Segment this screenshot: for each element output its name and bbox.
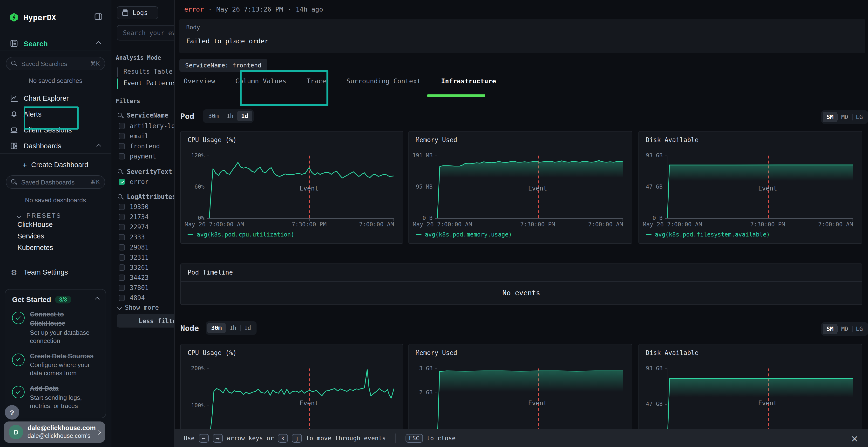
filter-option[interactable]: email bbox=[119, 133, 149, 140]
hyperdx-logo-icon bbox=[10, 12, 18, 23]
filter-option-label: 21734 bbox=[130, 213, 149, 220]
y-tick: 120% bbox=[183, 152, 205, 159]
filter-option[interactable]: 32311 bbox=[119, 254, 149, 261]
checkbox-icon[interactable] bbox=[119, 204, 125, 210]
search-icon[interactable] bbox=[118, 169, 123, 175]
filter-option-label: 29081 bbox=[130, 244, 149, 251]
footer-text: arrow keys or bbox=[227, 435, 274, 442]
checkbox-icon[interactable] bbox=[119, 133, 125, 139]
node-section-title: Node bbox=[180, 324, 199, 333]
search-icon[interactable] bbox=[118, 112, 123, 118]
checkbox-icon[interactable] bbox=[119, 275, 125, 281]
service-tag[interactable]: ServiceName: frontend bbox=[179, 59, 267, 72]
node-range-30m[interactable]: 30m bbox=[207, 323, 225, 333]
checkbox-icon[interactable] bbox=[119, 265, 125, 271]
node-range-1h[interactable]: 1h bbox=[225, 323, 240, 333]
preset-clickhouse[interactable]: ClickHouse bbox=[18, 220, 53, 228]
sidebar-item-team-settings[interactable]: ⚙ Team Settings bbox=[0, 266, 111, 278]
tab-infrastructure[interactable]: Infrastructure bbox=[441, 77, 496, 85]
filter-option[interactable]: 4894 bbox=[119, 294, 145, 302]
sidebar-item-search[interactable]: Search bbox=[0, 38, 111, 49]
get-started-item[interactable]: Connect to ClickHouse Set up your databa… bbox=[12, 310, 99, 345]
chevron-up-icon bbox=[96, 143, 101, 148]
sidebar-item-label: Search bbox=[24, 39, 48, 47]
filter-option[interactable]: 22974 bbox=[119, 224, 149, 231]
user-menu[interactable]: D dale@clickhouse.com dale@clickhouse.co… bbox=[4, 421, 105, 443]
help-button[interactable]: ? bbox=[5, 405, 19, 419]
dashboards-icon bbox=[10, 142, 18, 150]
pod-range-1h[interactable]: 1h bbox=[222, 111, 237, 122]
get-started-item[interactable]: Add Data Start sending logs, metrics, or… bbox=[12, 384, 99, 410]
checkbox-icon[interactable] bbox=[119, 224, 125, 230]
filter-option-label: frontend bbox=[130, 143, 160, 150]
filter-option-error[interactable]: error bbox=[119, 178, 149, 185]
tab-overview[interactable]: Overview bbox=[184, 77, 215, 85]
collapse-sidebar-icon[interactable] bbox=[94, 13, 102, 22]
filter-option[interactable]: 33261 bbox=[119, 264, 149, 271]
y-tick: 47 GB bbox=[641, 401, 662, 407]
pod-size-sm[interactable]: SM bbox=[823, 112, 837, 122]
saved-dashboards-input[interactable]: ⌘K bbox=[6, 175, 105, 189]
filter-option[interactable]: artillery-loa bbox=[119, 122, 179, 130]
checkbox-icon[interactable] bbox=[119, 153, 125, 160]
chevron-right-icon bbox=[96, 429, 101, 434]
filter-option[interactable]: frontend bbox=[119, 143, 160, 150]
saved-searches-field[interactable] bbox=[20, 60, 87, 68]
filter-option[interactable]: 34423 bbox=[119, 274, 149, 281]
body-card: Body Failed to place order bbox=[179, 19, 865, 53]
annotation-box-pod-range bbox=[24, 106, 79, 130]
sidebar-item-dashboards[interactable]: Dashboards bbox=[0, 140, 111, 152]
checkbox-icon[interactable] bbox=[119, 234, 125, 240]
checkbox-icon[interactable] bbox=[119, 123, 125, 129]
show-more-button[interactable]: Show more bbox=[118, 304, 159, 311]
filter-option[interactable]: 2333 bbox=[119, 234, 145, 241]
chart-plot: 191 MB 95 MB 0 B Event bbox=[437, 156, 623, 219]
node-size-sm[interactable]: SM bbox=[823, 324, 837, 334]
pod-range-30m[interactable]: 30m bbox=[205, 111, 222, 122]
checkbox-checked-icon[interactable] bbox=[119, 179, 125, 185]
mode-results-table[interactable]: Results Table bbox=[123, 68, 173, 75]
create-dashboard-button[interactable]: + Create Dashboard bbox=[0, 159, 111, 171]
saved-dashboards-field[interactable] bbox=[20, 178, 87, 186]
preset-kubernetes[interactable]: Kubernetes bbox=[18, 244, 53, 251]
node-size-lg[interactable]: LG bbox=[852, 324, 867, 334]
pod-range-1d[interactable]: 1d bbox=[237, 111, 252, 122]
sidebar-item-chart-explorer[interactable]: Chart Explorer bbox=[0, 93, 111, 104]
checkbox-icon[interactable] bbox=[119, 254, 125, 261]
node-range-1d[interactable]: 1d bbox=[240, 323, 255, 333]
pod-size-lg[interactable]: LG bbox=[852, 112, 867, 122]
get-started-item[interactable]: Create Data Sources Configure where your… bbox=[12, 351, 99, 378]
source-select[interactable]: Logs bbox=[117, 6, 158, 19]
filter-option[interactable]: 21734 bbox=[119, 213, 149, 220]
chevron-up-icon[interactable] bbox=[95, 297, 100, 302]
checkbox-icon[interactable] bbox=[119, 295, 125, 301]
tab-surrounding-context[interactable]: Surrounding Context bbox=[346, 77, 421, 85]
search-icon[interactable] bbox=[118, 194, 123, 200]
chart-title: Memory Used bbox=[416, 132, 457, 149]
filter-option[interactable]: 37801 bbox=[119, 284, 149, 291]
checkbox-icon[interactable] bbox=[119, 143, 125, 149]
checkbox-icon[interactable] bbox=[119, 244, 125, 250]
checkbox-icon[interactable] bbox=[119, 214, 125, 220]
brand-title: HyperDX bbox=[24, 13, 56, 22]
chart-title: Memory Used bbox=[416, 344, 457, 362]
filter-option-label: 32311 bbox=[130, 254, 149, 261]
legend-dash-icon bbox=[416, 234, 422, 235]
filter-option[interactable]: payment bbox=[119, 153, 156, 160]
filter-option[interactable]: 29081 bbox=[119, 244, 149, 251]
pod-size-md[interactable]: MD bbox=[837, 112, 852, 122]
preset-services[interactable]: Services bbox=[18, 232, 44, 240]
x-label: May 26 7:00:00 AM bbox=[643, 221, 702, 228]
chart-title: Disk Available bbox=[646, 344, 699, 362]
filter-option[interactable]: 19350 bbox=[119, 203, 149, 210]
mode-event-patterns[interactable]: Event Patterns bbox=[123, 79, 176, 87]
node-size-md[interactable]: MD bbox=[837, 324, 852, 334]
checkbox-icon[interactable] bbox=[119, 285, 125, 291]
pod-range-control: 30m 1h 1d bbox=[203, 109, 253, 123]
saved-searches-input[interactable]: ⌘K bbox=[6, 57, 105, 70]
presets-toggle[interactable]: PRESETS bbox=[0, 210, 111, 221]
separator-dot: · bbox=[287, 5, 291, 13]
bell-icon bbox=[10, 110, 18, 118]
close-icon[interactable]: × bbox=[850, 433, 858, 443]
sidebar: HyperDX Search ⌘K No saved searches Char… bbox=[0, 0, 112, 447]
